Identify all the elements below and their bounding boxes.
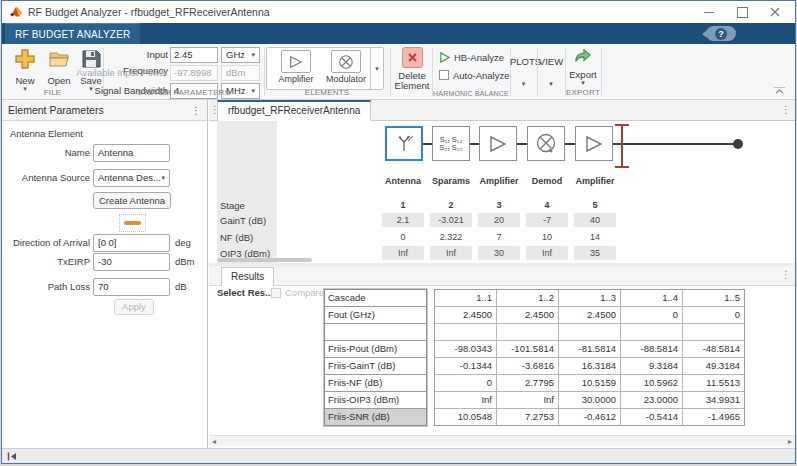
- gallery-dropdown-icon[interactable]: ▾: [370, 48, 383, 89]
- block-amplifier-2[interactable]: [575, 126, 613, 161]
- gain-value[interactable]: 40: [574, 213, 616, 227]
- results-cell[interactable]: 0: [683, 307, 744, 323]
- create-antenna-button[interactable]: Create Antenna: [93, 192, 171, 209]
- results-row-label[interactable]: [325, 324, 426, 340]
- collapse-panel-icon[interactable]: [7, 452, 17, 461]
- block-amplifier-1[interactable]: [479, 126, 517, 161]
- hb-analyze-button[interactable]: HB-Analyze: [439, 51, 504, 63]
- results-cell[interactable]: 2.4500: [559, 307, 620, 323]
- nf-value[interactable]: 7: [475, 232, 523, 242]
- results-cell[interactable]: [621, 324, 682, 340]
- nf-value[interactable]: 14: [571, 232, 619, 242]
- gain-value[interactable]: 2.1: [382, 213, 424, 227]
- block-sparams[interactable]: S₁₁ S₁₂ S₂₁ S₂₂: [432, 126, 470, 161]
- oip3-value[interactable]: Inf: [526, 246, 568, 260]
- gain-value[interactable]: -7: [526, 213, 568, 227]
- results-row-label[interactable]: Fout (GHz): [325, 307, 426, 323]
- results-cell[interactable]: [559, 324, 620, 340]
- oip3-value[interactable]: Inf: [382, 246, 424, 260]
- minimize-button[interactable]: [701, 4, 717, 20]
- results-cell[interactable]: 34.9931: [683, 392, 744, 408]
- oip3-value[interactable]: 30: [478, 246, 520, 260]
- help-button[interactable]: ?: [706, 26, 736, 41]
- block-demod[interactable]: [527, 126, 565, 161]
- antenna-preview[interactable]: [119, 214, 146, 232]
- results-cell[interactable]: 0: [435, 375, 496, 391]
- results-row-label[interactable]: Friis-SNR (dB): [325, 409, 426, 425]
- results-cell[interactable]: 49.3184: [683, 358, 744, 374]
- results-tab[interactable]: Results: [221, 267, 274, 286]
- results-cell[interactable]: 16.3184: [559, 358, 620, 374]
- results-cell[interactable]: -48.5814: [683, 341, 744, 357]
- canvas-horizontal-scrollbar[interactable]: [217, 258, 312, 262]
- document-bar-menu-icon[interactable]: ⋮: [781, 104, 791, 115]
- new-button[interactable]: New ▾: [8, 47, 42, 92]
- results-cell[interactable]: -101.5814: [497, 341, 558, 357]
- input-frequency-field[interactable]: 2.45: [170, 47, 218, 63]
- amplifier-gallery-button[interactable]: Amplifier: [275, 50, 317, 84]
- results-cell[interactable]: -0.5414: [621, 409, 682, 425]
- results-cell[interactable]: 23.0000: [621, 392, 682, 408]
- results-cell[interactable]: 0: [621, 307, 682, 323]
- results-cell[interactable]: Inf: [497, 392, 558, 408]
- results-horizontal-scrollbar[interactable]: ◂ ▸: [209, 435, 795, 446]
- maximize-button[interactable]: [734, 4, 750, 20]
- results-row-label[interactable]: Friis-GainT (dB): [325, 358, 426, 374]
- auto-analyze-checkbox[interactable]: Auto-Analyze: [439, 69, 510, 81]
- stage-number: 1: [379, 200, 427, 210]
- document-tab[interactable]: rfbudget_RFReceiverAntenna: [217, 100, 371, 121]
- results-cell[interactable]: 10.5962: [621, 375, 682, 391]
- name-field[interactable]: Antenna: [93, 144, 170, 162]
- apply-button[interactable]: Apply: [114, 299, 154, 315]
- results-cell[interactable]: 9.3184: [621, 358, 682, 374]
- panel-menu-icon[interactable]: ⋮: [191, 105, 201, 116]
- antenna-source-select[interactable]: Antenna Des... ▾: [93, 169, 170, 187]
- results-row-label[interactable]: Friis-OIP3 (dBm): [325, 392, 426, 408]
- results-cell[interactable]: 11.5513: [683, 375, 744, 391]
- results-cell[interactable]: [683, 324, 744, 340]
- view-button[interactable]: VIEW ▾: [537, 56, 565, 87]
- results-cell[interactable]: 30.0000: [559, 392, 620, 408]
- nf-value[interactable]: 10: [523, 232, 571, 242]
- results-cell[interactable]: -88.5814: [621, 341, 682, 357]
- results-cell[interactable]: 7.2753: [497, 409, 558, 425]
- gain-value[interactable]: 20: [478, 213, 520, 227]
- scroll-left-icon[interactable]: ◂: [212, 436, 216, 447]
- results-cell[interactable]: -98.0343: [435, 341, 496, 357]
- results-cell[interactable]: 2.4500: [497, 307, 558, 323]
- schematic-canvas[interactable]: Stage GainT (dB) NF (dB) OIP3 (dBm) S₁₁ …: [209, 121, 795, 263]
- oip3-value[interactable]: Inf: [430, 246, 472, 260]
- results-cell[interactable]: 10.5159: [559, 375, 620, 391]
- close-button[interactable]: [767, 4, 783, 20]
- gain-value[interactable]: -3.021: [430, 213, 472, 227]
- plots-button[interactable]: PLOTS ▾: [510, 56, 537, 87]
- delete-element-button[interactable]: Delete Element: [394, 47, 430, 91]
- input-frequency-unit-select[interactable]: GHz ▾: [221, 47, 260, 63]
- results-cell[interactable]: -0.4612: [559, 409, 620, 425]
- results-row-label[interactable]: Friis-Pout (dBm): [325, 341, 426, 357]
- results-cell[interactable]: 10.0548: [435, 409, 496, 425]
- collapse-ribbon-button[interactable]: [774, 87, 785, 95]
- oip3-value[interactable]: 35: [574, 246, 616, 260]
- results-cell[interactable]: -3.6816: [497, 358, 558, 374]
- results-cell[interactable]: 2.4500: [435, 307, 496, 323]
- results-cell[interactable]: Inf: [435, 392, 496, 408]
- path-loss-field[interactable]: 70: [93, 278, 170, 296]
- txeirp-field[interactable]: -30: [93, 253, 170, 271]
- results-cell[interactable]: [497, 324, 558, 340]
- export-button[interactable]: Export ▾: [566, 47, 600, 86]
- results-cell[interactable]: -0.1344: [435, 358, 496, 374]
- results-cell[interactable]: -81.5814: [559, 341, 620, 357]
- nf-value[interactable]: 0: [379, 232, 427, 242]
- results-cell[interactable]: 2.7795: [497, 375, 558, 391]
- results-cell[interactable]: [435, 324, 496, 340]
- direction-of-arrival-field[interactable]: [0 0]: [93, 234, 170, 252]
- block-antenna[interactable]: [385, 126, 423, 161]
- nf-value[interactable]: 2.322: [427, 232, 475, 242]
- results-row-label[interactable]: Friis-NF (dB): [325, 375, 426, 391]
- modulator-gallery-button[interactable]: Modulator: [325, 50, 367, 84]
- ribbon-tab-rf-budget-analyzer[interactable]: RF BUDGET ANALYZER: [5, 23, 140, 44]
- results-menu-icon[interactable]: ⋮: [781, 269, 791, 280]
- scroll-right-icon[interactable]: ▸: [788, 436, 792, 447]
- results-cell[interactable]: -1.4965: [683, 409, 744, 425]
